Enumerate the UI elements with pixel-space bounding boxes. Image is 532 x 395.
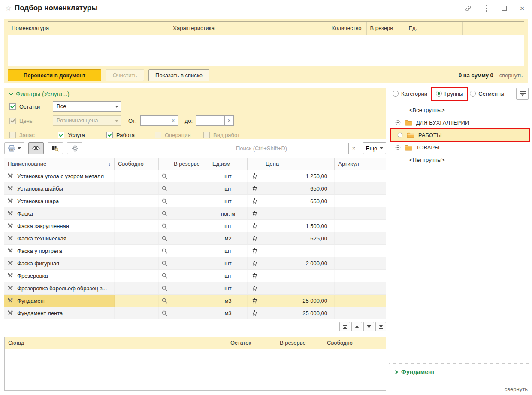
table-row[interactable]: Фаскапог. м (4, 207, 386, 220)
list-column-header[interactable]: Ед.изм (209, 158, 248, 170)
item-name-cell[interactable]: Фаска закругленная (4, 220, 115, 232)
unit-cell[interactable]: шт (209, 270, 248, 282)
unit-cell[interactable]: шт (209, 182, 248, 194)
expand-icon[interactable] (395, 145, 401, 150)
collapse-selection-link[interactable]: свернуть (499, 72, 523, 79)
table-row[interactable]: Установка шарашт650,00 (4, 195, 386, 207)
free-cell[interactable] (115, 220, 159, 232)
article-cell[interactable] (335, 295, 386, 307)
stock-checkbox[interactable] (9, 103, 16, 110)
item-name-cell[interactable]: Установка шара (4, 195, 115, 207)
list-settings-button[interactable] (516, 88, 529, 100)
article-cell[interactable] (335, 232, 386, 244)
free-cell[interactable] (115, 270, 159, 282)
row-search-cell[interactable] (159, 195, 170, 207)
reserve-cell[interactable] (170, 170, 209, 182)
more-button[interactable]: Еще (363, 142, 386, 154)
tree-item[interactable]: РАБОТЫ (390, 128, 530, 142)
price-cart-cell[interactable] (248, 220, 262, 232)
price-cell[interactable]: 1 500,00 (262, 220, 335, 232)
unit-cell[interactable]: шт (209, 257, 248, 269)
table-row[interactable]: Фаска техническаям2625,00 (4, 232, 386, 245)
row-search-cell[interactable] (159, 257, 170, 269)
stock-select[interactable]: Все (53, 101, 121, 112)
row-search-cell[interactable] (159, 307, 170, 319)
stock-column-header[interactable]: Свободно (323, 337, 377, 349)
show-in-list-button[interactable]: Показать в списке (148, 69, 209, 81)
reserve-cell[interactable] (170, 195, 209, 207)
unit-cell[interactable]: шт (209, 282, 248, 294)
stock-column-header[interactable]: В резерве (276, 337, 323, 349)
reserve-cell[interactable] (170, 307, 209, 319)
article-cell[interactable] (335, 245, 386, 257)
price-cart-cell[interactable] (248, 282, 262, 294)
price-cell[interactable] (262, 245, 335, 257)
list-column-header[interactable]: В резерве (170, 158, 209, 170)
price-cart-cell[interactable] (248, 295, 262, 307)
item-name-cell[interactable]: Фундамент (4, 295, 115, 307)
filters-header[interactable]: Фильтры (Услуга...) (9, 91, 381, 97)
radio-icon[interactable] (436, 91, 442, 97)
reserve-cell[interactable] (170, 282, 209, 294)
item-name-cell[interactable]: Фрезеровка (4, 270, 115, 282)
tree-item[interactable]: <Нет группы> (389, 154, 531, 166)
free-cell[interactable] (115, 295, 159, 307)
row-search-cell[interactable] (159, 220, 170, 232)
list-column-header[interactable]: Артикул (335, 158, 386, 170)
barcode-scan-button[interactable] (48, 142, 63, 154)
unit-cell[interactable]: пог. м (209, 207, 248, 219)
selection-column-header[interactable]: Характеристика (169, 22, 328, 35)
mode-radio-selected[interactable]: Группы (431, 87, 468, 101)
table-row[interactable]: Установка угола с узором металлшт1 250,0… (4, 170, 386, 182)
article-cell[interactable] (335, 182, 386, 194)
row-search-cell[interactable] (159, 282, 170, 294)
selection-column-header[interactable]: В резерв (367, 22, 405, 35)
go-first-button[interactable] (339, 322, 350, 331)
unit-cell[interactable]: м3 (209, 307, 248, 319)
list-column-header[interactable]: Наименование↓ (4, 158, 115, 170)
price-cell[interactable] (262, 282, 335, 294)
row-search-cell[interactable] (159, 270, 170, 282)
price-cell[interactable] (262, 270, 335, 282)
tree-item[interactable]: ДЛЯ БУХГАЛТЕРИИ (389, 116, 531, 129)
dropdown-arrow-icon[interactable] (112, 101, 121, 112)
stock-column-header[interactable] (377, 337, 385, 349)
show-hidden-button[interactable] (28, 142, 44, 154)
settings-button[interactable] (67, 142, 82, 154)
go-previous-button[interactable] (351, 322, 362, 331)
article-cell[interactable] (335, 307, 386, 319)
item-name-cell[interactable]: Установка угола с узором металл (4, 170, 115, 182)
reserve-cell[interactable] (170, 220, 209, 232)
table-row[interactable]: Фрезеровка барельеф образец з...шт (4, 282, 386, 295)
table-row[interactable]: Фаска у портреташт (4, 245, 386, 257)
unit-cell[interactable]: м2 (209, 232, 248, 244)
free-cell[interactable] (115, 232, 159, 244)
list-column-header[interactable]: Цена (262, 158, 335, 170)
article-cell[interactable] (335, 195, 386, 207)
list-column-header[interactable] (248, 158, 262, 170)
price-cell[interactable]: 650,00 (262, 195, 335, 207)
stock-column-header[interactable]: Склад (5, 337, 227, 349)
row-search-cell[interactable] (159, 245, 170, 257)
reserve-cell[interactable] (170, 270, 209, 282)
unit-cell[interactable]: шт (209, 170, 248, 182)
article-cell[interactable] (335, 270, 386, 282)
detail-header[interactable]: Фундамент (394, 368, 435, 375)
price-to-input[interactable] (196, 115, 224, 126)
free-cell[interactable] (115, 307, 159, 319)
item-name-cell[interactable]: Фаска у портрета (4, 245, 115, 257)
clear-search-icon[interactable]: × (348, 143, 359, 154)
free-cell[interactable] (115, 282, 159, 294)
row-search-cell[interactable] (159, 207, 170, 219)
more-menu-icon[interactable] (482, 4, 490, 12)
mode-radio-option[interactable]: Сегменты (470, 91, 504, 97)
article-cell[interactable] (335, 282, 386, 294)
price-cell[interactable]: 1 250,00 (262, 170, 335, 182)
price-cell[interactable]: 25 000,00 (262, 295, 335, 307)
reserve-cell[interactable] (170, 257, 209, 269)
price-from-input[interactable] (140, 115, 169, 126)
free-cell[interactable] (115, 182, 159, 194)
item-name-cell[interactable]: Фрезеровка барельеф образец з... (4, 282, 115, 294)
collapse-panel-link[interactable]: свернуть (505, 386, 528, 392)
price-cart-cell[interactable] (248, 170, 262, 182)
